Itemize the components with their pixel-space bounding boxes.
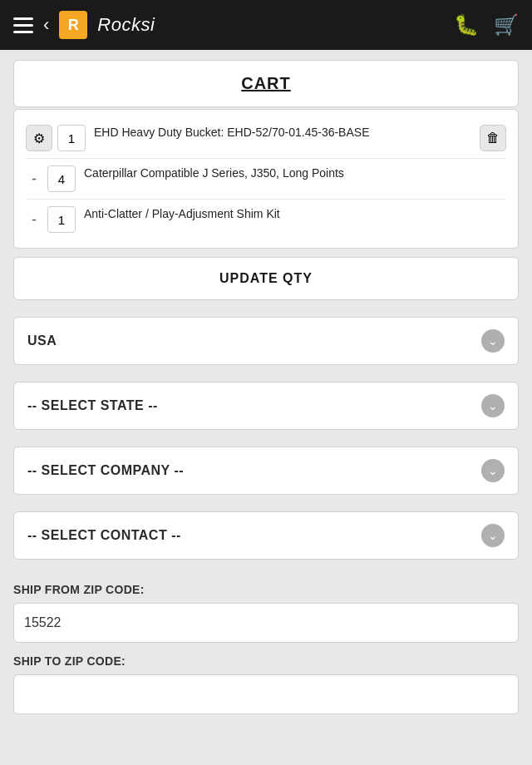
cart-item-2: - Caterpillar Compatible J Series, J350,… [26,158,506,199]
state-select[interactable]: -- SELECT STATE -- ⌄ [13,382,519,430]
state-chevron-icon: ⌄ [481,394,505,417]
gear-button-1[interactable]: ⚙ [26,125,52,151]
item-controls-3: - [26,206,76,233]
country-select-value: USA [27,333,57,348]
company-chevron-icon: ⌄ [481,459,505,482]
item-name-1: EHD Heavy Duty Bucket: EHD-52/70-01.45-3… [94,125,471,141]
qty-input-2[interactable] [47,165,76,192]
minus-button-2[interactable]: - [26,170,42,188]
header-left: ‹ R Rocksi [13,11,155,39]
item-name-3: Anti-Clatter / Play-Adjusment Shim Kit [84,206,506,223]
back-button[interactable]: ‹ [43,16,49,34]
ship-from-input[interactable] [13,603,519,643]
app-header: ‹ R Rocksi 🐛 🛒 [0,0,532,50]
logo-box: R [59,11,87,39]
qty-input-3[interactable] [47,206,76,233]
bug-icon[interactable]: 🐛 [454,13,479,37]
cart-nav-icon[interactable]: 🛒 [494,13,519,37]
logo-letter: R [68,17,79,34]
state-select-placeholder: -- SELECT STATE -- [27,398,158,413]
item-controls-1: ⚙ [26,125,86,151]
contact-select[interactable]: -- SELECT CONTACT -- ⌄ [13,511,519,560]
contact-chevron-icon: ⌄ [481,524,505,547]
menu-button[interactable] [13,17,33,33]
contact-select-placeholder: -- SELECT CONTACT -- [27,528,181,543]
cart-items-card: ⚙ EHD Heavy Duty Bucket: EHD-52/70-01.45… [13,109,519,249]
cart-title-card: CART [13,60,519,107]
zip-section: SHIP FROM ZIP CODE: SHIP TO ZIP CODE: [13,576,519,726]
ship-from-label: SHIP FROM ZIP CODE: [13,583,519,596]
item-controls-2: - [26,165,76,192]
header-right: 🐛 🛒 [454,13,519,37]
page-title: CART [27,74,505,93]
brand-name: Rocksi [97,14,155,36]
item-name-2: Caterpillar Compatible J Series, J350, L… [84,165,506,182]
cart-item-3: - Anti-Clatter / Play-Adjusment Shim Kit [26,199,506,239]
update-qty-button[interactable]: UPDATE QTY [13,257,519,300]
qty-input-1[interactable] [57,125,86,151]
minus-button-3[interactable]: - [26,211,42,229]
ship-to-input[interactable] [13,674,519,714]
country-chevron-icon: ⌄ [481,329,505,353]
cart-item-1: ⚙ EHD Heavy Duty Bucket: EHD-52/70-01.45… [26,118,506,158]
trash-button-1[interactable]: 🗑 [480,125,506,151]
main-content: CART ⚙ EHD Heavy Duty Bucket: EHD-52/70-… [0,50,532,743]
country-select[interactable]: USA ⌄ [13,317,519,365]
ship-to-label: SHIP TO ZIP CODE: [13,654,519,668]
company-select[interactable]: -- SELECT COMPANY -- ⌄ [13,447,519,495]
company-select-placeholder: -- SELECT COMPANY -- [27,463,184,478]
